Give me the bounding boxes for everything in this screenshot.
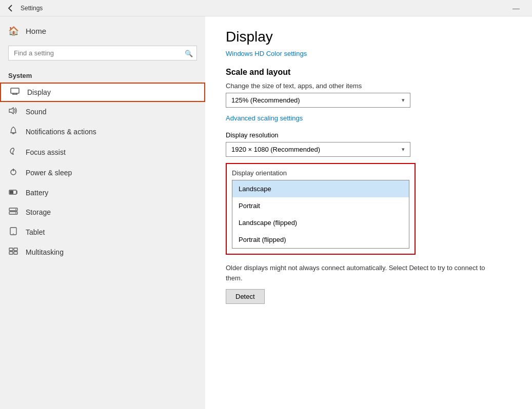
scale-label: Change the size of text, apps, and other… (226, 82, 511, 90)
svg-rect-22 (14, 252, 17, 254)
orientation-option-portrait[interactable]: Portrait (232, 197, 409, 214)
sidebar-item-display[interactable]: Display (0, 83, 205, 102)
hd-color-link[interactable]: Windows HD Color settings (226, 50, 307, 57)
minimize-button[interactable]: — (506, 4, 526, 12)
resolution-dropdown-wrapper: 1920 × 1080 (Recommended) ▾ (226, 142, 410, 157)
resolution-section-title: Display resolution (226, 131, 511, 139)
power-icon (8, 168, 18, 178)
scale-value: 125% (Recommended) (231, 96, 300, 104)
title-bar: Settings — (0, 0, 532, 16)
window-title: Settings (21, 5, 43, 12)
power-label: Power & sleep (26, 169, 72, 177)
focus-label: Focus assist (26, 148, 66, 156)
multitasking-label: Multitasking (26, 248, 64, 256)
page-title: Display (226, 29, 511, 45)
display-label: Display (27, 88, 51, 96)
sidebar-item-battery[interactable]: Battery (0, 183, 205, 202)
svg-marker-4 (9, 108, 13, 114)
focus-icon (8, 147, 18, 157)
search-input[interactable] (8, 46, 197, 60)
svg-rect-19 (9, 248, 13, 251)
orientation-option-portrait-flipped[interactable]: Portrait (flipped) (232, 231, 409, 248)
sound-label: Sound (26, 108, 46, 116)
svg-point-16 (15, 213, 16, 214)
svg-rect-20 (14, 248, 17, 251)
svg-rect-0 (11, 88, 19, 93)
back-button[interactable] (6, 4, 14, 12)
sidebar-search: 🔍 (8, 46, 197, 60)
section-label: System (0, 69, 205, 83)
info-text: Older displays might not always connect … (226, 263, 503, 283)
tablet-icon (8, 227, 18, 237)
storage-icon (8, 208, 18, 217)
home-icon: 🏠 (8, 26, 18, 36)
sidebar-item-notifications[interactable]: Notifications & actions (0, 121, 205, 142)
resolution-chevron-icon: ▾ (402, 146, 405, 153)
sidebar-item-sound[interactable]: Sound (0, 102, 205, 121)
sidebar-item-home[interactable]: 🏠 Home (0, 21, 205, 42)
sidebar: 🏠 Home 🔍 System Display (0, 16, 205, 409)
window-controls: — (506, 4, 526, 12)
storage-label: Storage (26, 208, 51, 216)
scale-dropdown[interactable]: 125% (Recommended) ▾ (226, 93, 410, 108)
orientation-option-landscape[interactable]: Landscape (232, 180, 409, 197)
content-area: Display Windows HD Color settings Scale … (205, 16, 532, 409)
resolution-value: 1920 × 1080 (Recommended) (231, 146, 320, 153)
orientation-list: Landscape Portrait Landscape (flipped) P… (232, 180, 409, 249)
home-label: Home (26, 27, 46, 35)
resolution-dropdown[interactable]: 1920 × 1080 (Recommended) ▾ (226, 142, 410, 157)
svg-rect-9 (10, 191, 13, 194)
orientation-option-landscape-flipped[interactable]: Landscape (flipped) (232, 214, 409, 231)
sidebar-item-focus[interactable]: Focus assist (0, 142, 205, 162)
scale-section-title: Scale and layout (226, 68, 511, 77)
svg-rect-21 (9, 252, 13, 254)
main-layout: 🏠 Home 🔍 System Display (0, 16, 532, 409)
sidebar-item-power[interactable]: Power & sleep (0, 162, 205, 183)
advanced-link[interactable]: Advanced scaling settings (226, 114, 303, 122)
multitasking-icon (8, 248, 18, 257)
display-icon (10, 88, 20, 97)
search-icon: 🔍 (185, 49, 193, 57)
svg-point-15 (15, 209, 16, 210)
svg-point-18 (13, 233, 14, 234)
notifications-label: Notifications & actions (26, 128, 96, 136)
battery-label: Battery (26, 189, 48, 197)
tablet-label: Tablet (26, 228, 45, 236)
notifications-icon (8, 127, 18, 137)
scale-chevron-icon: ▾ (402, 97, 405, 104)
sound-icon (8, 107, 18, 116)
orientation-label: Display orientation (232, 169, 409, 177)
detect-button[interactable]: Detect (226, 289, 265, 304)
sidebar-item-storage[interactable]: Storage (0, 202, 205, 222)
sidebar-item-multitasking[interactable]: Multitasking (0, 242, 205, 262)
scale-dropdown-wrapper: 125% (Recommended) ▾ (226, 93, 410, 108)
sidebar-item-tablet[interactable]: Tablet (0, 222, 205, 242)
orientation-section: Display orientation Landscape Portrait L… (226, 163, 416, 255)
battery-icon (8, 188, 18, 197)
